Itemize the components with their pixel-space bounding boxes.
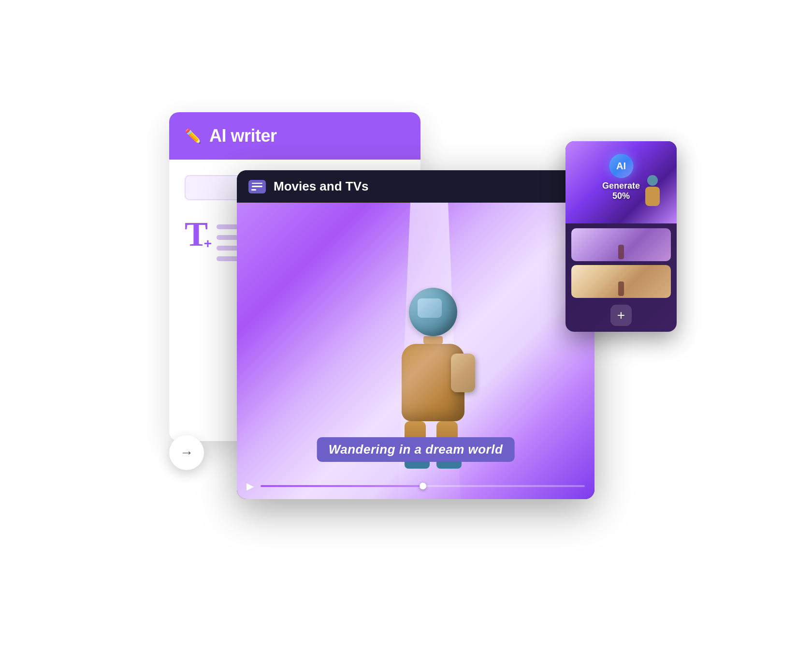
thumbnail-item-2[interactable]	[571, 265, 671, 298]
thumb-figure-1	[571, 228, 671, 261]
astronaut-backpack	[451, 354, 475, 392]
arrow-button[interactable]: →	[169, 435, 204, 470]
progress-bar: ▶	[246, 480, 585, 492]
ai-badge-text: AI	[616, 161, 626, 172]
video-subtitle: Wandering in a dream world	[317, 437, 515, 462]
player-card: Movies and TVs	[237, 170, 594, 499]
sf-inner-1	[618, 245, 624, 259]
astronaut-body	[402, 344, 464, 421]
scene-container: ✏️ AI writer T →	[140, 83, 672, 567]
arrow-right-icon: →	[180, 445, 193, 460]
thumbnail-list	[566, 223, 677, 303]
video-area: Wandering in a dream world ▶	[237, 203, 594, 499]
generate-label: Generate 50%	[594, 181, 649, 201]
ai-generate-panel: AI Generate 50% +	[566, 141, 677, 332]
thumbnail-item-1[interactable]	[571, 228, 671, 261]
ai-edit-icon: ✏️	[185, 128, 202, 144]
astronaut-neck	[423, 336, 443, 344]
ai-thumbnail-top: AI Generate 50%	[566, 141, 677, 223]
progress-track[interactable]	[261, 485, 585, 487]
thumb-figure-2	[571, 265, 671, 298]
text-format-icon: T	[185, 217, 208, 251]
clapperboard-icon	[248, 180, 266, 193]
astronaut-helmet	[409, 288, 457, 336]
video-background: Wandering in a dream world ▶	[237, 203, 594, 499]
progress-thumb[interactable]	[420, 483, 426, 489]
play-icon[interactable]: ▶	[246, 480, 254, 492]
sf-inner-2	[618, 281, 624, 296]
player-header: Movies and TVs	[237, 170, 594, 203]
ai-thumb-background: AI Generate 50%	[566, 141, 677, 223]
progress-fill	[261, 485, 423, 487]
player-title: Movies and TVs	[274, 179, 369, 194]
astronaut-figure	[390, 288, 477, 452]
ai-writer-header: ✏️ AI writer	[169, 112, 420, 160]
add-button[interactable]: +	[610, 305, 632, 326]
ai-writer-title: AI writer	[209, 126, 277, 146]
ai-badge: AI Generate 50%	[594, 154, 649, 201]
ai-badge-circle: AI	[609, 154, 633, 178]
